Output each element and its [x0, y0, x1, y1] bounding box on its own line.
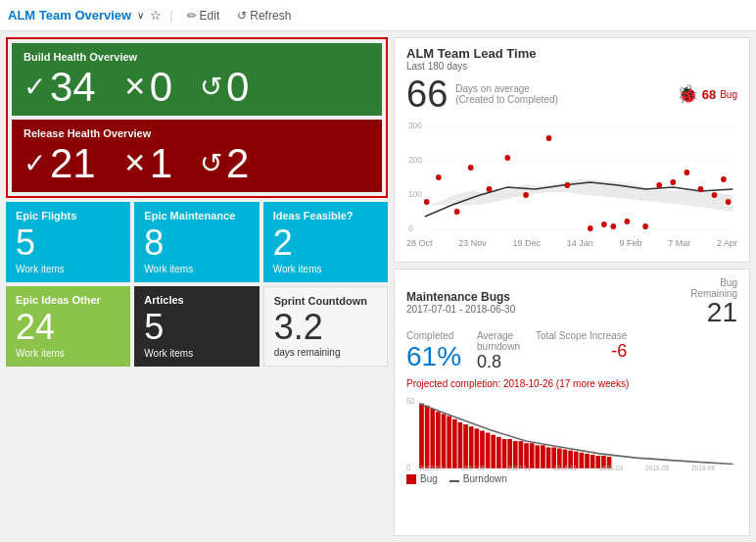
tile-number-1: 8	[144, 223, 249, 263]
x-label-2: 23 Nov	[458, 238, 487, 248]
svg-text:2017-11: 2017-11	[507, 465, 531, 471]
projected-completion: Projected completion: 2018-10-26 (17 mor…	[406, 378, 737, 389]
tile-5: Sprint Countdown 3.2 days remaining	[263, 286, 388, 367]
maint-date: 2017-07-01 - 2018-06-30	[406, 304, 515, 315]
avg-burndown-label: Average	[477, 330, 520, 341]
tile-3: Epic Ideas Other 24 Work items	[6, 286, 130, 367]
svg-rect-45	[496, 437, 501, 468]
tile-subtitle-1: Work items	[144, 264, 249, 274]
right-panel: ALM Team Lead Time Last 180 days 66 Days…	[394, 37, 750, 536]
svg-point-28	[721, 176, 727, 182]
svg-text:2017-07: 2017-07	[419, 465, 443, 471]
avg-burndown-val: 0.8	[477, 352, 520, 372]
tile-number-2: 2	[273, 223, 378, 263]
star-icon[interactable]: ☆	[150, 8, 162, 23]
refresh-button[interactable]: ↺ Refresh	[231, 7, 297, 25]
svg-text:2018-05: 2018-05	[645, 465, 669, 471]
svg-point-19	[610, 223, 616, 229]
lead-time-subtitle: Last 180 days	[406, 61, 536, 72]
build-refresh-stat: ↺ 0	[200, 67, 249, 108]
svg-point-8	[424, 199, 430, 205]
completed-val: 61%	[406, 341, 461, 372]
legend-burndown-label: Burndown	[463, 473, 507, 484]
x-label-3: 19 Dec	[512, 238, 541, 248]
svg-text:2018-06: 2018-06	[691, 465, 715, 471]
svg-rect-46	[502, 439, 507, 468]
svg-rect-36	[447, 417, 451, 468]
refresh-icon: ↺	[237, 9, 247, 23]
svg-point-13	[504, 155, 510, 161]
build-x-stat: ✕ 0	[123, 67, 172, 108]
x-label-6: 7 Mar	[668, 238, 690, 248]
scope-label: Total Scope Increase	[536, 330, 627, 341]
edit-button[interactable]: ✏ Edit	[181, 7, 226, 25]
lead-desc: Days on average (Created to Completed)	[455, 83, 558, 105]
svg-rect-60	[580, 453, 585, 468]
bug-remaining: Bug Remaining 21	[690, 277, 737, 326]
maintenance-card: Maintenance Bugs 2017-07-01 - 2018-06-30…	[394, 269, 750, 536]
top-bar: ALM Team Overview ∨ ☆ | ✏ Edit ↺ Refresh	[0, 0, 756, 31]
release-refresh-count: 2	[226, 143, 249, 184]
legend-burndown-line	[449, 480, 459, 482]
release-x-icon: ✕	[123, 150, 146, 177]
release-x-stat: ✕ 1	[123, 143, 172, 184]
svg-rect-62	[591, 455, 595, 468]
maintenance-chart: 50 0	[406, 393, 737, 471]
svg-rect-35	[442, 415, 447, 468]
build-refresh-count: 0	[226, 67, 249, 108]
tile-subtitle-4: Work items	[144, 348, 249, 359]
left-panel: Build Health Overview ✓ 34 ✕ 0 ↺ 0	[6, 37, 388, 536]
bug-remaining-label: Bug	[720, 277, 737, 288]
svg-rect-40	[469, 426, 474, 468]
svg-rect-31	[419, 404, 424, 468]
svg-rect-42	[480, 431, 485, 468]
svg-text:300: 300	[408, 121, 422, 130]
svg-text:100: 100	[408, 189, 422, 199]
tile-number-4: 5	[144, 308, 249, 347]
x-label-5: 9 Feb	[619, 238, 641, 248]
legend-bug-box	[406, 474, 416, 484]
x-axis-labels: 28 Oct 23 Nov 19 Dec 14 Jan 9 Feb 7 Mar …	[406, 238, 737, 248]
release-refresh-stat: ↺ 2	[200, 143, 249, 184]
svg-point-16	[564, 182, 570, 188]
lead-time-chart: 300 200 100 0	[406, 119, 737, 236]
scope-increase-stat: Total Scope Increase -6	[536, 330, 627, 362]
svg-rect-34	[436, 412, 441, 468]
bug-badge: 🐞 68 Bug	[677, 83, 737, 105]
svg-point-21	[642, 223, 648, 229]
svg-text:50: 50	[406, 397, 415, 407]
lead-time-title: ALM Team Lead Time	[406, 46, 536, 61]
svg-point-11	[468, 165, 474, 171]
x-label-4: 14 Jan	[567, 238, 593, 248]
tile-title-2: Ideas Feasible?	[273, 210, 378, 222]
bug-count: 68	[702, 87, 716, 102]
build-health-title: Build Health Overview	[24, 51, 370, 63]
chevron-icon[interactable]: ∨	[137, 10, 144, 21]
svg-text:2018-03: 2018-03	[599, 465, 623, 471]
release-health-card: Release Health Overview ✓ 21 ✕ 1 ↺ 2	[12, 120, 382, 192]
tile-title-3: Epic Ideas Other	[16, 294, 120, 306]
bug-label: Bug	[720, 89, 737, 100]
svg-text:2017-09: 2017-09	[461, 465, 485, 471]
svg-rect-38	[458, 422, 463, 468]
lead-time-card: ALM Team Lead Time Last 180 days 66 Days…	[394, 37, 750, 263]
svg-point-26	[712, 192, 718, 198]
maint-legend: Bug Burndown	[406, 473, 737, 484]
maint-meta: Completed 61% Average burndown 0.8 Total…	[406, 330, 737, 376]
svg-rect-43	[486, 433, 491, 468]
svg-point-10	[454, 209, 460, 215]
tile-title-1: Epic Maintenance	[144, 210, 249, 222]
completed-stat: Completed 61%	[406, 330, 461, 372]
svg-rect-61	[585, 454, 590, 468]
refresh-stat-icon: ↺	[200, 74, 222, 101]
maint-stats: Completed 61% Average burndown 0.8 Total…	[406, 330, 627, 372]
legend-bug: Bug	[406, 473, 438, 484]
release-check-icon: ✓	[24, 150, 46, 177]
svg-text:0: 0	[408, 223, 413, 233]
svg-rect-37	[452, 419, 457, 468]
tile-number-5: 3.2	[274, 308, 377, 347]
maint-title: Maintenance Bugs	[406, 290, 515, 304]
check-icon: ✓	[24, 74, 46, 101]
svg-rect-39	[463, 424, 468, 468]
tile-0: Epic Flights 5 Work items	[6, 202, 130, 282]
